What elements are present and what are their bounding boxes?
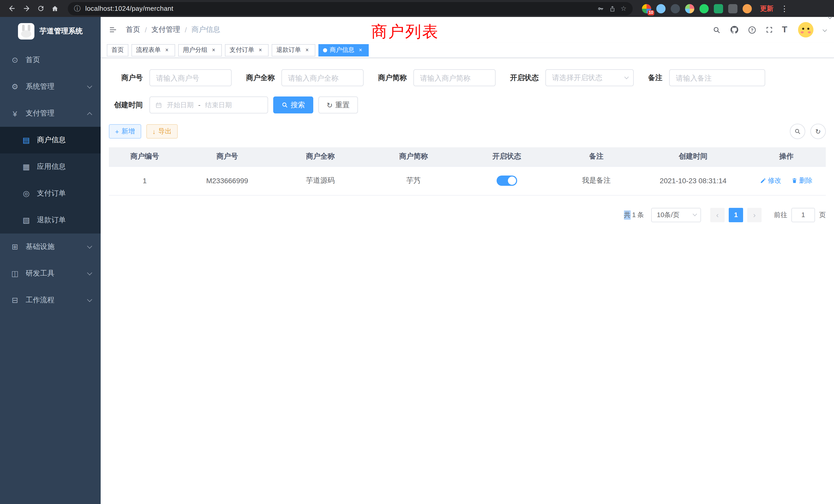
profile-avatar[interactable]	[743, 4, 752, 13]
extension-icon[interactable]: 10	[642, 4, 651, 13]
search-button[interactable]: 搜索	[273, 96, 313, 113]
table-row: 1 M233666999 芋道源码 芋艿 我是备注 2021-10-23 08:…	[109, 166, 826, 195]
search-icon[interactable]	[712, 25, 721, 34]
extension-icon[interactable]	[685, 4, 694, 13]
chevron-down-icon	[693, 212, 697, 216]
chevron-down-icon	[87, 297, 92, 302]
app-logo[interactable]: 芋道管理系统	[0, 17, 101, 46]
browser-home-icon[interactable]	[48, 2, 62, 15]
github-icon[interactable]	[729, 25, 739, 35]
tab-refund-order[interactable]: 退款订单 ×	[272, 44, 315, 56]
browser-toolbar: ⓘ localhost:1024/pay/merchant ☆ 10 更新 ⋮	[0, 0, 834, 17]
plus-icon: +	[115, 128, 119, 135]
status-select[interactable]: 请选择开启状态	[545, 69, 634, 86]
prev-page-button[interactable]: ‹	[710, 208, 725, 222]
sidebar-item-pay-order[interactable]: ◎ 支付订单	[0, 180, 101, 207]
chrome-update-button[interactable]: 更新	[760, 4, 773, 13]
search-icon	[281, 101, 288, 108]
tab-pay-order[interactable]: 支付订单 ×	[225, 44, 269, 56]
cell-short-name: 芋艿	[367, 166, 460, 195]
short-name-input[interactable]	[413, 69, 496, 86]
browser-forward-icon[interactable]	[20, 2, 33, 15]
next-page-button[interactable]: ›	[747, 208, 762, 222]
browser-reload-icon[interactable]	[34, 2, 47, 15]
chrome-menu-icon[interactable]: ⋮	[781, 4, 788, 13]
share-icon[interactable]	[609, 5, 616, 12]
tab-merchant-info[interactable]: 商户信息 ×	[319, 44, 369, 56]
date-start-placeholder: 开始日期	[167, 100, 194, 110]
sidebar-item-merchant-info[interactable]: ▤ 商户信息	[0, 127, 101, 154]
fullscreen-icon[interactable]	[765, 26, 773, 34]
screen: ⓘ localhost:1024/pay/merchant ☆ 10 更新 ⋮	[0, 0, 834, 504]
help-icon[interactable]: ?	[747, 25, 756, 34]
refresh-table-button[interactable]: ↻	[810, 124, 826, 139]
sidebar-item-refund-order[interactable]: ▧ 退款订单	[0, 207, 101, 233]
extension-icon[interactable]	[699, 4, 709, 13]
dashboard-icon: ⊙	[10, 55, 20, 65]
extension-icon[interactable]	[671, 4, 680, 13]
sidebar-menu: ⊙ 首页 ⚙ 系统管理 ¥ 支付管理 ▤ 商户信息	[0, 46, 101, 314]
extension-icon[interactable]	[714, 4, 723, 13]
short-name-label: 商户简称	[378, 73, 407, 83]
breadcrumb-payment[interactable]: 支付管理	[152, 25, 180, 35]
app-title: 芋道管理系统	[40, 27, 83, 36]
navbar-actions: ? T	[712, 22, 826, 38]
sidebar-item-payment[interactable]: ¥ 支付管理	[0, 100, 101, 127]
refresh-icon: ↻	[327, 101, 332, 109]
logo-rabbit-icon	[18, 23, 35, 40]
url-text: localhost:1024/pay/merchant	[85, 5, 593, 12]
pagination: 共 1 条 10条/页 ‹ 1 › 前往 页	[109, 208, 826, 222]
extension-icon[interactable]	[656, 4, 665, 13]
show-search-toggle-button[interactable]	[790, 124, 805, 139]
url-bar[interactable]: ⓘ localhost:1024/pay/merchant ☆	[68, 2, 633, 15]
hamburger-icon[interactable]	[108, 26, 117, 34]
infra-icon: ⊞	[10, 242, 20, 251]
edit-link[interactable]: 修改	[760, 176, 781, 185]
delete-link[interactable]: 删除	[791, 176, 812, 185]
tab-close-icon[interactable]: ×	[210, 46, 217, 54]
date-range-picker[interactable]: 开始日期 - 结束日期	[150, 96, 268, 113]
bookmark-star-icon[interactable]: ☆	[621, 5, 627, 12]
sidebar-item-infra[interactable]: ⊞ 基础设施	[0, 233, 101, 260]
tab-close-icon[interactable]: ×	[257, 46, 264, 54]
remark-input[interactable]	[669, 69, 765, 86]
avatar-chevron-icon[interactable]	[823, 28, 827, 32]
download-icon: ↓	[152, 128, 156, 135]
font-size-icon[interactable]: T	[782, 25, 787, 35]
reset-button[interactable]: ↻ 重置	[319, 96, 358, 113]
sidebar-item-workflow[interactable]: ⊟ 工作流程	[0, 287, 101, 314]
merchant-card-icon: ▤	[22, 136, 31, 145]
tab-process-form[interactable]: 流程表单 ×	[131, 44, 175, 56]
sidebar-item-app-info[interactable]: ▦ 应用信息	[0, 154, 101, 180]
extensions-puzzle-icon[interactable]	[728, 4, 738, 13]
refund-doc-icon: ▧	[22, 215, 31, 225]
tab-close-icon[interactable]: ×	[357, 46, 364, 54]
browser-back-icon[interactable]	[5, 2, 19, 15]
col-remark: 备注	[553, 147, 639, 166]
export-button[interactable]: ↓ 导出	[146, 124, 178, 139]
status-toggle[interactable]	[496, 176, 517, 186]
page-number-1[interactable]: 1	[729, 208, 743, 222]
page-size-select[interactable]: 10条/页	[651, 208, 701, 222]
navbar: 首页 / 支付管理 / 商户信息 商户列表 ?	[101, 17, 834, 43]
trash-icon	[791, 178, 797, 184]
sidebar-item-system[interactable]: ⚙ 系统管理	[0, 73, 101, 100]
site-info-icon[interactable]: ⓘ	[74, 4, 81, 13]
password-key-icon[interactable]	[597, 5, 605, 12]
tab-user-group[interactable]: 用户分组 ×	[178, 44, 222, 56]
tab-close-icon[interactable]: ×	[163, 46, 171, 54]
add-button[interactable]: + 新增	[109, 124, 141, 139]
search-icon	[794, 128, 801, 135]
tags-view: 首页 流程表单 × 用户分组 × 支付订单 × 退款订单 ×	[101, 43, 834, 58]
sidebar-item-dev-tools[interactable]: ◫ 研发工具	[0, 260, 101, 287]
app-grid-icon: ▦	[22, 162, 31, 171]
full-name-input[interactable]	[281, 69, 364, 86]
tab-close-icon[interactable]: ×	[304, 46, 311, 54]
tab-home[interactable]: 首页	[107, 44, 128, 56]
merchant-no-input[interactable]	[150, 69, 232, 86]
goto-page-input[interactable]	[791, 208, 815, 222]
sidebar-item-home[interactable]: ⊙ 首页	[0, 47, 101, 73]
search-form-row-1: 商户号 商户全称 商户简称 开启状态 请选择开启状态	[109, 69, 826, 86]
breadcrumb-home[interactable]: 首页	[126, 25, 140, 35]
user-avatar[interactable]	[798, 22, 813, 38]
